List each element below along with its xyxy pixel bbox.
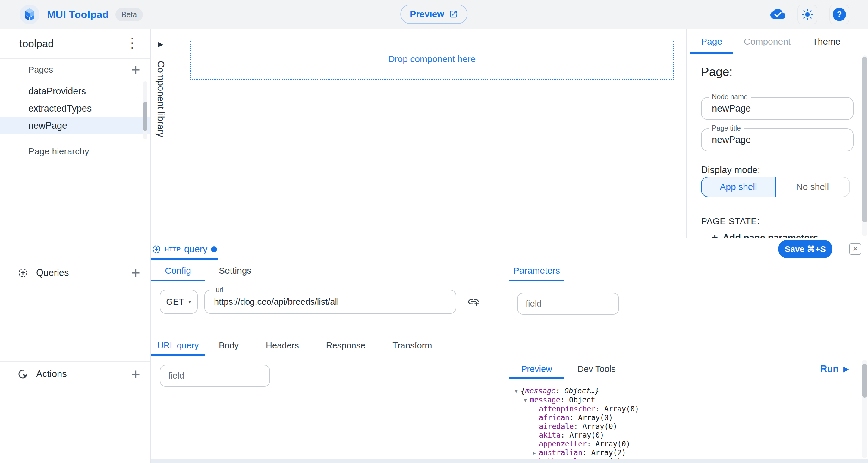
theme-toggle-button[interactable] <box>798 4 817 24</box>
run-query-button[interactable]: Run ▶ <box>820 364 849 374</box>
save-button[interactable]: Save ⌘+S <box>778 240 832 258</box>
tab-transform[interactable]: Transform <box>379 335 445 356</box>
tab-url-query[interactable]: URL query <box>151 335 205 356</box>
plus-icon: + <box>712 232 718 238</box>
page-hierarchy-row[interactable]: Page hierarchy <box>0 139 150 163</box>
page-hierarchy-label: Page hierarchy <box>28 146 89 156</box>
divider <box>712 211 843 211</box>
tab-parameters[interactable]: Parameters <box>509 260 564 281</box>
brand: MUI Toolpad Beta <box>19 0 143 29</box>
parameter-field-input[interactable] <box>517 293 619 315</box>
queries-section-label: Queries <box>36 267 69 278</box>
json-tree-row[interactable]: african: Array(0) <box>512 413 868 422</box>
add-page-button[interactable]: + <box>131 62 140 77</box>
help-button[interactable]: ? <box>830 4 849 24</box>
tab-theme[interactable]: Theme <box>801 29 851 54</box>
json-tree-row[interactable]: ▶australian: Array(2) <box>512 449 868 458</box>
page-title-field[interactable]: Page title newPage <box>701 128 854 151</box>
tab-page[interactable]: Page <box>690 29 733 54</box>
json-key: message <box>530 396 560 404</box>
add-action-button[interactable]: + <box>131 367 140 381</box>
json-separator: : <box>587 440 595 448</box>
http-query-icon <box>152 244 161 254</box>
left-sidebar: toolpad ⋮ Pages + dataProviders extracte… <box>0 29 151 463</box>
display-mode-no-shell[interactable]: No shell <box>776 177 850 197</box>
json-value: Array(0) <box>578 413 613 422</box>
play-icon: ▶ <box>843 366 849 373</box>
project-name: toolpad <box>19 38 54 50</box>
json-value: Object <box>569 396 595 404</box>
http-method-value: GET <box>166 297 184 307</box>
close-panel-button[interactable]: ✕ <box>849 243 861 255</box>
json-value: Array(2) <box>591 449 626 457</box>
sidebar-page-item[interactable]: dataProviders <box>0 83 150 100</box>
url-query-field-input[interactable] <box>160 365 270 387</box>
app-title: MUI Toolpad <box>47 9 109 21</box>
tree-expand-icon[interactable]: ▶ <box>530 449 539 458</box>
expand-panel-icon[interactable]: ▶ <box>158 40 163 48</box>
node-name-field[interactable]: Node name newPage <box>701 97 854 120</box>
inspector-body: Page: Node name newPage Page title newPa… <box>687 54 868 238</box>
bottom-scrollbar-strip[interactable] <box>151 459 868 463</box>
cloud-synced-icon <box>770 9 785 20</box>
project-menu-kebab-icon[interactable]: ⋮ <box>126 36 139 50</box>
pages-scrollbar-thumb[interactable] <box>143 102 147 131</box>
component-dropzone[interactable]: Drop component here <box>190 38 674 80</box>
url-input[interactable] <box>205 290 456 313</box>
page-canvas: Drop component here <box>171 29 686 238</box>
tab-component[interactable]: Component <box>733 29 801 54</box>
tab-body[interactable]: Body <box>205 335 252 356</box>
light-mode-sun-icon <box>801 8 814 21</box>
display-mode-app-shell[interactable]: App shell <box>701 177 776 197</box>
page-item-label: newPage <box>28 120 67 131</box>
json-tree-row[interactable]: airedale: Array(0) <box>512 422 868 431</box>
url-field: url <box>204 290 456 314</box>
http-method-select[interactable]: GET ▾ <box>160 290 198 314</box>
query-tab[interactable]: HTTP query <box>151 239 218 260</box>
add-page-parameters-button[interactable]: + Add page parameters <box>701 232 854 238</box>
json-tree-row[interactable]: ▼message: Object <box>512 396 868 405</box>
app-header: MUI Toolpad Beta Preview <box>0 0 868 29</box>
query-editor-panel: HTTP query Save ⌘+S ✕ Config Settings GE… <box>151 238 868 463</box>
config-tabs: Config Settings <box>151 260 509 281</box>
tree-expand-icon[interactable]: ▼ <box>512 387 521 396</box>
json-open-brace: { <box>521 387 525 395</box>
beta-badge: Beta <box>116 8 143 22</box>
chevron-down-icon: ▾ <box>188 298 191 305</box>
json-key: australian <box>539 449 583 457</box>
add-link-icon[interactable] <box>467 296 480 308</box>
tab-settings[interactable]: Settings <box>205 260 265 281</box>
add-query-button[interactable]: + <box>131 265 140 280</box>
query-editor-body: Config Settings GET ▾ url <box>151 260 868 463</box>
json-value: Object…} <box>564 387 599 395</box>
actions-section-label: Actions <box>36 369 67 379</box>
sidebar-page-item[interactable]: newPage <box>0 117 150 134</box>
tree-expand-icon[interactable]: ▼ <box>521 396 530 405</box>
request-url-row: GET ▾ url <box>160 290 509 314</box>
pages-section-label: Pages <box>28 65 53 75</box>
tab-dev-tools[interactable]: Dev Tools <box>564 359 629 379</box>
tab-response[interactable]: Response <box>313 335 379 356</box>
tab-preview[interactable]: Preview <box>509 359 564 379</box>
tab-headers[interactable]: Headers <box>252 335 313 356</box>
queries-section-header: Queries + <box>0 260 150 285</box>
json-tree-row[interactable]: appenzeller: Array(0) <box>512 440 868 449</box>
json-tree-row[interactable]: akita: Array(0) <box>512 431 868 440</box>
preview-button[interactable]: Preview <box>400 4 467 24</box>
json-key: airedale <box>539 422 574 431</box>
inspector-panel: Page Component Theme Page: Node name new… <box>686 29 868 238</box>
inspector-scrollbar-thumb[interactable] <box>862 57 867 222</box>
query-name-label: query <box>184 244 208 255</box>
header-actions: ? <box>770 0 849 29</box>
pages-list: dataProviders extractedTypes newPage <box>0 83 150 134</box>
json-tree-row[interactable]: affenpinscher: Array(0) <box>512 405 868 413</box>
result-scrollbar-thumb[interactable] <box>862 364 867 398</box>
query-config-pane: Config Settings GET ▾ url <box>151 260 509 463</box>
component-library-label: Component library <box>155 61 166 137</box>
json-tree-row[interactable]: ▼{message: Object…} <box>512 387 868 396</box>
display-mode-toggle: App shell No shell <box>701 177 850 197</box>
sidebar-page-item[interactable]: extractedTypes <box>0 100 150 117</box>
pages-section-header: Pages + <box>0 59 150 81</box>
node-name-label: Node name <box>709 93 751 101</box>
tab-config[interactable]: Config <box>151 260 205 281</box>
